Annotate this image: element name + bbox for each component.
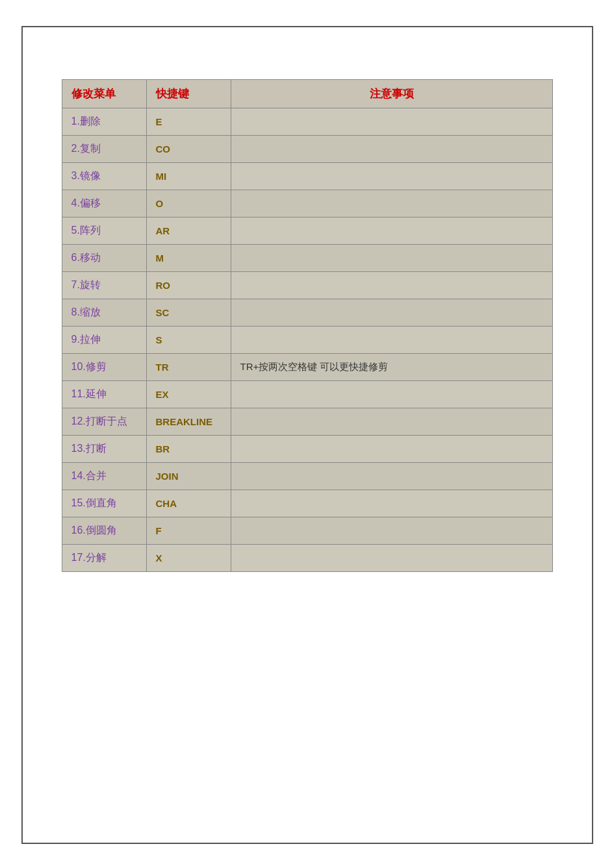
cell-notes <box>231 490 552 517</box>
table-wrapper: 修改菜单 快捷键 注意事项 1.删除E2.复制CO3.镜像MI4.偏移O5.阵列… <box>62 79 553 572</box>
col-header-shortcut: 快捷键 <box>146 80 231 108</box>
cell-menu: 8.缩放 <box>62 299 146 327</box>
cell-menu: 3.镜像 <box>62 163 146 190</box>
cell-shortcut: O <box>146 190 231 217</box>
table-row: 10.修剪TRTR+按两次空格键 可以更快捷修剪 <box>62 354 552 381</box>
cell-shortcut: E <box>146 108 231 136</box>
cell-notes <box>231 436 552 463</box>
table-row: 15.倒直角CHA <box>62 490 552 517</box>
cell-menu: 13.打断 <box>62 436 146 463</box>
cell-menu: 7.旋转 <box>62 272 146 299</box>
cell-menu: 15.倒直角 <box>62 490 146 517</box>
cell-menu: 4.偏移 <box>62 190 146 217</box>
table-row: 17.分解X <box>62 545 552 572</box>
table-row: 6.移动M <box>62 245 552 272</box>
cell-notes <box>231 545 552 572</box>
cell-notes <box>231 408 552 436</box>
cell-shortcut: CHA <box>146 490 231 517</box>
page-container: 修改菜单 快捷键 注意事项 1.删除E2.复制CO3.镜像MI4.偏移O5.阵列… <box>21 26 593 844</box>
cell-shortcut: JOIN <box>146 463 231 490</box>
cell-shortcut: SC <box>146 299 231 327</box>
table-header-row: 修改菜单 快捷键 注意事项 <box>62 80 552 108</box>
table-row: 8.缩放SC <box>62 299 552 327</box>
cell-shortcut: M <box>146 245 231 272</box>
cell-shortcut: AR <box>146 217 231 245</box>
cell-notes <box>231 299 552 327</box>
cell-notes <box>231 327 552 354</box>
col-header-menu: 修改菜单 <box>62 80 146 108</box>
cell-shortcut: EX <box>146 381 231 408</box>
cell-notes <box>231 136 552 163</box>
table-row: 12.打断于点BREAKLINE <box>62 408 552 436</box>
cell-shortcut: MI <box>146 163 231 190</box>
cell-notes <box>231 272 552 299</box>
cell-menu: 6.移动 <box>62 245 146 272</box>
cell-notes <box>231 245 552 272</box>
cell-shortcut: CO <box>146 136 231 163</box>
table-row: 3.镜像MI <box>62 163 552 190</box>
table-row: 14.合并JOIN <box>62 463 552 490</box>
table-row: 7.旋转RO <box>62 272 552 299</box>
cell-shortcut: X <box>146 545 231 572</box>
cell-notes <box>231 190 552 217</box>
cell-menu: 12.打断于点 <box>62 408 146 436</box>
cell-shortcut: TR <box>146 354 231 381</box>
cell-notes <box>231 517 552 545</box>
cell-menu: 14.合并 <box>62 463 146 490</box>
cell-menu: 11.延伸 <box>62 381 146 408</box>
table-row: 13.打断BR <box>62 436 552 463</box>
cell-notes <box>231 381 552 408</box>
table-row: 2.复制CO <box>62 136 552 163</box>
cell-notes: TR+按两次空格键 可以更快捷修剪 <box>231 354 552 381</box>
cell-shortcut: BREAKLINE <box>146 408 231 436</box>
table-row: 4.偏移O <box>62 190 552 217</box>
cell-notes <box>231 217 552 245</box>
cell-menu: 5.阵列 <box>62 217 146 245</box>
cell-shortcut: S <box>146 327 231 354</box>
table-row: 16.倒圆角F <box>62 517 552 545</box>
col-header-notes: 注意事项 <box>231 80 552 108</box>
cell-menu: 10.修剪 <box>62 354 146 381</box>
cell-menu: 9.拉伸 <box>62 327 146 354</box>
table-body: 1.删除E2.复制CO3.镜像MI4.偏移O5.阵列AR6.移动M7.旋转RO8… <box>62 108 552 572</box>
cell-shortcut: F <box>146 517 231 545</box>
table-row: 5.阵列AR <box>62 217 552 245</box>
table-row: 1.删除E <box>62 108 552 136</box>
table-row: 11.延伸EX <box>62 381 552 408</box>
cell-menu: 2.复制 <box>62 136 146 163</box>
cell-shortcut: RO <box>146 272 231 299</box>
cell-menu: 17.分解 <box>62 545 146 572</box>
cell-notes <box>231 108 552 136</box>
cell-menu: 1.删除 <box>62 108 146 136</box>
cell-notes <box>231 163 552 190</box>
table-row: 9.拉伸S <box>62 327 552 354</box>
main-table: 修改菜单 快捷键 注意事项 1.删除E2.复制CO3.镜像MI4.偏移O5.阵列… <box>62 79 553 572</box>
cell-notes <box>231 463 552 490</box>
cell-menu: 16.倒圆角 <box>62 517 146 545</box>
cell-shortcut: BR <box>146 436 231 463</box>
